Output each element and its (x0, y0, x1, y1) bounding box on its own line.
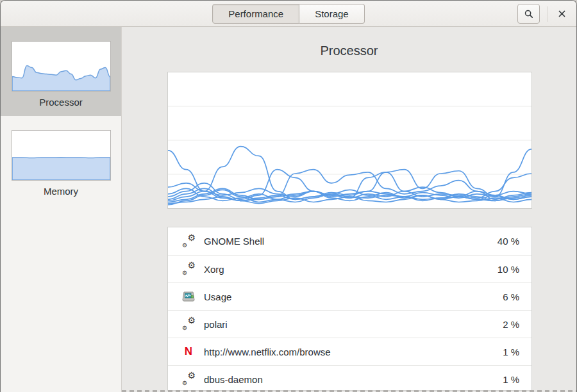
close-button[interactable] (553, 4, 570, 24)
process-cpu-percent: 1 % (503, 374, 519, 385)
process-row[interactable]: ⚙⚙ GNOME Shell 40 % (168, 227, 531, 255)
process-name: polari (204, 319, 228, 330)
gear-icon-small: ⚙ (182, 325, 187, 331)
sidebar-item-processor[interactable]: Processor (1, 27, 121, 116)
gear-icon: ⚙ (187, 261, 196, 270)
process-name: http://www.netflix.com/browse (204, 347, 331, 357)
processor-thumbnail (12, 41, 111, 92)
view-switcher: Performance Storage (212, 4, 364, 24)
memory-thumbnail-chart (12, 131, 110, 180)
sidebar-item-memory[interactable]: Memory (1, 116, 121, 205)
gear-icon: ⚙⚙ (182, 318, 195, 331)
gear-icon-small: ⚙ (182, 243, 187, 249)
usage-app-window: Performance Storage (0, 0, 577, 392)
gear-icon: ⚙⚙ (182, 263, 195, 275)
process-row[interactable]: ⚙⚙ dbus-daemon 1 % (168, 365, 531, 391)
netflix-icon: N (182, 345, 195, 358)
gear-icon: ⚙⚙ (182, 235, 195, 248)
usage-app-icon (182, 290, 195, 303)
process-list: ⚙⚙ GNOME Shell 40 % ⚙⚙ Xorg 10 % Usage 6… (167, 227, 532, 391)
netflix-icon: N (185, 345, 192, 358)
close-icon (558, 10, 565, 17)
cpu-usage-chart (168, 72, 531, 208)
process-row[interactable]: ⚙⚙ Xorg 10 % (168, 255, 531, 282)
cpu-chart-panel (167, 72, 532, 209)
process-name: Usage (204, 291, 231, 302)
sidebar: Processor Memory (1, 27, 122, 392)
header-separator (547, 6, 548, 22)
tab-storage[interactable]: Storage (299, 4, 365, 24)
process-cpu-percent: 10 % (498, 264, 519, 275)
gear-icon: ⚙ (187, 233, 196, 242)
usage-app-icon (182, 291, 195, 302)
gear-icon: ⚙⚙ (182, 373, 195, 386)
process-name: Xorg (204, 264, 224, 275)
process-cpu-percent: 1 % (503, 347, 519, 357)
process-row[interactable]: Usage 6 % (168, 282, 531, 310)
search-icon (524, 9, 534, 19)
tab-performance[interactable]: Performance (212, 4, 299, 24)
process-row[interactable]: ⚙⚙ polari 2 % (168, 310, 531, 338)
header-right-controls (517, 1, 570, 27)
process-row[interactable]: N http://www.netflix.com/browse 1 % (168, 338, 531, 365)
search-button[interactable] (517, 4, 540, 24)
gear-icon-small: ⚙ (182, 380, 187, 386)
process-cpu-percent: 6 % (503, 291, 519, 302)
gear-icon-small: ⚙ (182, 270, 187, 276)
process-cpu-percent: 40 % (498, 236, 519, 247)
processor-thumbnail-chart (12, 42, 110, 91)
sidebar-item-label: Memory (12, 186, 110, 197)
page-title: Processor (122, 27, 576, 58)
header-bar: Performance Storage (1, 1, 576, 27)
memory-thumbnail (12, 130, 111, 181)
gear-icon: ⚙ (187, 371, 196, 380)
process-name: GNOME Shell (204, 236, 264, 247)
process-cpu-percent: 2 % (503, 319, 519, 330)
sidebar-item-label: Processor (12, 97, 110, 108)
performance-view: Processor ⚙⚙ GNOME Shell 40 % ⚙⚙ Xorg 10… (122, 27, 576, 392)
app-body: Processor Memory Processor ⚙⚙ GNOME Shel… (1, 27, 576, 392)
gear-icon: ⚙ (187, 316, 196, 325)
process-name: dbus-daemon (204, 374, 263, 385)
